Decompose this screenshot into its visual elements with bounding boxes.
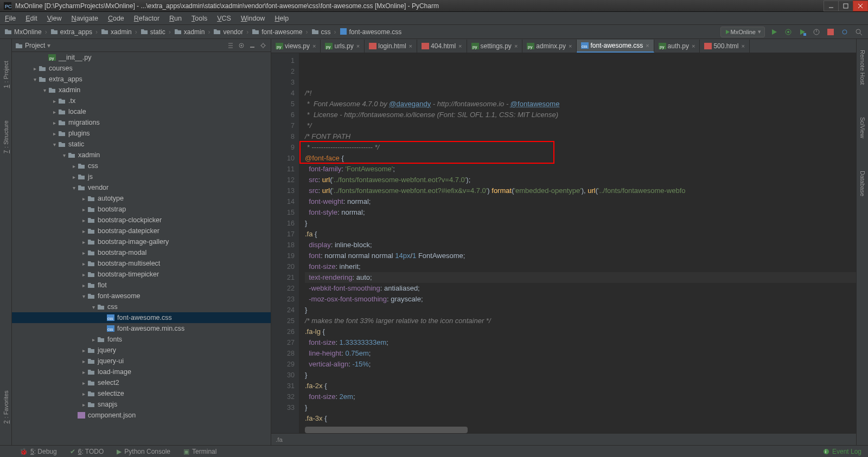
code-line[interactable]: .fa-lg { bbox=[305, 326, 856, 337]
code-line[interactable]: -webkit-font-smoothing: antialiased; bbox=[305, 283, 856, 294]
editor-tab[interactable]: 500.html× bbox=[700, 40, 749, 53]
code-line[interactable]: .fa-3x { bbox=[305, 413, 856, 424]
editor-tab[interactable]: pyviews.py× bbox=[271, 40, 321, 53]
code-line[interactable]: font-family: 'FontAwesome'; bbox=[305, 164, 856, 175]
tree-node[interactable]: ▸select2 bbox=[12, 377, 271, 388]
menu-vcs[interactable]: VCS bbox=[212, 15, 236, 22]
tree-node[interactable]: ▸bootstrap-datepicker bbox=[12, 226, 271, 236]
code-line[interactable]: display: inline-block; bbox=[305, 240, 856, 250]
editor-tab[interactable]: pysettings.py× bbox=[467, 40, 523, 53]
tree-node[interactable]: ▾vendor bbox=[12, 182, 271, 193]
tool-project[interactable]: 1: Project bbox=[3, 61, 9, 88]
editor-tab[interactable]: cssfont-awesome.css× bbox=[577, 40, 654, 53]
tree-node[interactable]: ▸autotype bbox=[12, 193, 271, 204]
breadcrumb-segment[interactable]: MxOnline bbox=[4, 28, 42, 36]
menu-edit[interactable]: Edit bbox=[21, 15, 42, 22]
breadcrumb-segment[interactable]: font-awesome.css bbox=[331, 28, 402, 36]
editor-tab[interactable]: pyurls.py× bbox=[321, 40, 365, 53]
stop-button[interactable] bbox=[826, 27, 835, 37]
code-line[interactable]: font-size: 1.33333333em; bbox=[305, 337, 856, 348]
code-line[interactable]: @font-face { bbox=[305, 153, 856, 164]
tool-structure[interactable]: 7: Structure bbox=[3, 120, 9, 153]
tree-node[interactable]: ▸.tx bbox=[12, 95, 271, 106]
code-line[interactable]: } bbox=[305, 402, 856, 413]
close-tab-icon[interactable]: × bbox=[356, 43, 360, 49]
menu-help[interactable]: Help bbox=[270, 15, 293, 22]
tool-remote-host[interactable]: Remote Host bbox=[859, 50, 866, 85]
breadcrumb-segment[interactable]: extra_apps bbox=[42, 28, 92, 36]
code-line[interactable]: -moz-osx-font-smoothing: grayscale; bbox=[305, 294, 856, 305]
update-button[interactable] bbox=[840, 27, 850, 37]
tool-windows-icon[interactable] bbox=[0, 448, 13, 455]
breadcrumb-segment[interactable]: static bbox=[132, 28, 165, 36]
search-everywhere-button[interactable] bbox=[854, 27, 864, 37]
tree-node[interactable]: ▸snapjs bbox=[12, 399, 271, 410]
profile-button[interactable] bbox=[812, 27, 821, 37]
code-line[interactable]: * License - http://fontawesome.io/licens… bbox=[305, 110, 856, 120]
tree-node[interactable]: ▸bootstrap-clockpicker bbox=[12, 215, 271, 226]
editor-breadcrumb[interactable]: .fa bbox=[276, 436, 283, 443]
code-line[interactable]: /* FONT PATH bbox=[305, 131, 856, 142]
close-tab-icon[interactable]: × bbox=[692, 43, 695, 49]
code-line[interactable]: */ bbox=[305, 120, 856, 131]
tree-node[interactable]: ▾extra_apps bbox=[12, 74, 271, 85]
close-tab-icon[interactable]: × bbox=[458, 43, 462, 49]
menu-navigate[interactable]: Navigate bbox=[67, 15, 103, 22]
run-with-coverage-button[interactable] bbox=[797, 27, 807, 37]
tree-node[interactable]: ▾xadmin bbox=[12, 85, 271, 95]
tree-node[interactable]: ▸courses bbox=[12, 63, 271, 74]
tree-node[interactable]: ▸js bbox=[12, 171, 271, 182]
code-editor[interactable]: /*! * Font Awesome 4.7.0 by @davegandy -… bbox=[299, 53, 856, 433]
tree-node[interactable]: ▸bootstrap bbox=[12, 204, 271, 215]
breadcrumb-segment[interactable]: font-awesome bbox=[243, 28, 302, 36]
tree-node[interactable]: ▸flot bbox=[12, 280, 271, 291]
tree-node[interactable]: ▾xadmin bbox=[12, 150, 271, 160]
collapse-all-icon[interactable] bbox=[226, 41, 235, 50]
menu-code[interactable]: Code bbox=[103, 15, 129, 22]
tree-node[interactable]: ▸bootstrap-multiselect bbox=[12, 258, 271, 269]
close-tab-icon[interactable]: × bbox=[646, 42, 649, 49]
tree-node[interactable]: ▸jquery-ui bbox=[12, 356, 271, 366]
event-log-button[interactable]: i Event Log bbox=[816, 448, 868, 455]
tree-node[interactable]: ▸jquery bbox=[12, 345, 271, 356]
tree-node[interactable]: ▸plugins bbox=[12, 128, 271, 139]
close-button[interactable] bbox=[853, 1, 868, 11]
code-line[interactable]: } bbox=[305, 305, 856, 316]
run-config-combo[interactable]: MxOnline ▾ bbox=[720, 27, 765, 37]
code-line[interactable]: font-size: inherit; bbox=[305, 261, 856, 272]
tool-sciview[interactable]: SciView bbox=[859, 117, 866, 138]
tree-node[interactable]: ▸fonts bbox=[12, 334, 271, 345]
tree-node[interactable]: ▸bootstrap-modal bbox=[12, 247, 271, 258]
tree-node[interactable]: ▸bootstrap-timepicker bbox=[12, 269, 271, 280]
code-line[interactable]: /*! bbox=[305, 88, 856, 99]
code-line[interactable]: font: normal normal normal 14px/1 FontAw… bbox=[305, 250, 856, 261]
menu-window[interactable]: Window bbox=[236, 15, 270, 22]
menu-run[interactable]: Run bbox=[164, 15, 187, 22]
horizontal-scrollbar[interactable] bbox=[305, 427, 856, 433]
code-line[interactable]: line-height: 0.75em; bbox=[305, 348, 856, 359]
close-tab-icon[interactable]: × bbox=[312, 43, 316, 49]
code-line[interactable]: font-size: 2em; bbox=[305, 391, 856, 402]
code-line[interactable]: } bbox=[305, 218, 856, 229]
tree-node[interactable]: cssfont-awesome.css bbox=[12, 312, 271, 323]
tree-node[interactable]: ▾font-awesome bbox=[12, 291, 271, 301]
code-line[interactable]: * -------------------------- */ bbox=[305, 142, 856, 153]
status--debug[interactable]: 🐞5: Debug bbox=[13, 448, 63, 455]
code-line[interactable]: src: url('../fonts/fontawesome-webfont.e… bbox=[305, 185, 856, 196]
tree-node[interactable]: ▸load-image bbox=[12, 366, 271, 377]
maximize-button[interactable] bbox=[838, 1, 853, 11]
tree-node[interactable]: ▾css bbox=[12, 301, 271, 312]
hide-icon[interactable] bbox=[248, 41, 257, 50]
breadcrumb-segment[interactable]: xadmin bbox=[92, 28, 132, 36]
menu-view[interactable]: View bbox=[42, 15, 67, 22]
editor-tab[interactable]: 404.html× bbox=[417, 40, 467, 53]
code-line[interactable]: * Font Awesome 4.7.0 by @davegandy - htt… bbox=[305, 99, 856, 110]
debug-button[interactable] bbox=[783, 27, 793, 37]
breadcrumb-segment[interactable]: vendor bbox=[205, 28, 243, 36]
status--todo[interactable]: ✔6: TODO bbox=[63, 448, 111, 455]
code-line[interactable]: text-rendering: auto; bbox=[305, 272, 856, 283]
tool-database[interactable]: Database bbox=[859, 171, 866, 196]
close-tab-icon[interactable]: × bbox=[741, 43, 744, 49]
scroll-from-source-icon[interactable] bbox=[237, 41, 246, 50]
code-line[interactable]: vertical-align: -15%; bbox=[305, 359, 856, 370]
